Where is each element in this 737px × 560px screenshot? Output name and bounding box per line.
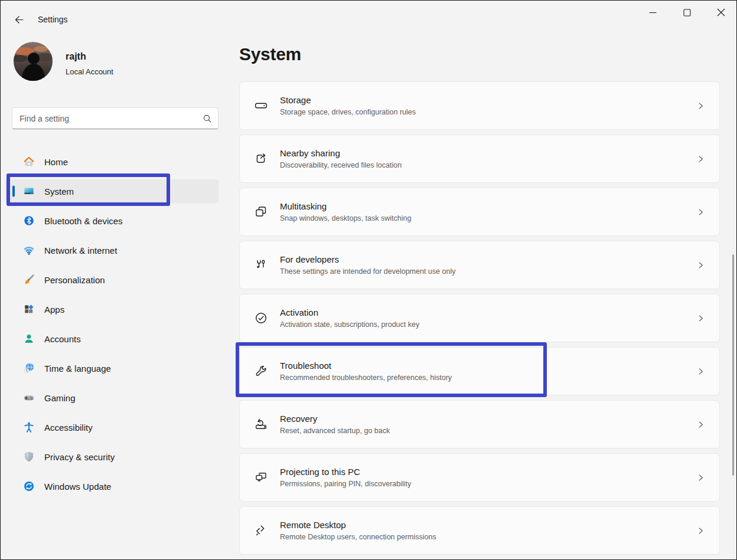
avatar — [14, 42, 53, 81]
card-remote-desktop[interactable]: Remote Desktop Remote Desktop users, con… — [239, 506, 720, 555]
gaming-icon — [23, 392, 35, 404]
storage-icon — [254, 99, 268, 113]
windows-update-icon — [23, 480, 35, 492]
sidebar-item-network-internet[interactable]: Network & internet — [5, 238, 219, 262]
card-title: Multitasking — [280, 201, 411, 211]
privacy-icon — [23, 451, 35, 463]
sidebar-item-label: Accessibility — [44, 423, 93, 433]
chevron-right-icon — [696, 473, 705, 482]
card-multitasking[interactable]: Multitasking Snap windows, desktops, tas… — [239, 188, 720, 236]
card-subtitle: Reset, advanced startup, go back — [280, 427, 390, 435]
card-projecting-to-this-pc[interactable]: Projecting to this PC Permissions, pairi… — [239, 453, 720, 502]
card-title: Activation — [280, 307, 419, 317]
scrollbar-thumb[interactable] — [732, 254, 734, 476]
window-title: Settings — [38, 15, 68, 24]
sidebar-item-accounts[interactable]: Accounts — [5, 327, 219, 351]
search-box — [12, 107, 219, 129]
sidebar-item-label: Network & internet — [44, 245, 117, 256]
user-account-type: Local Account — [66, 67, 113, 76]
personalization-icon — [23, 274, 35, 286]
card-recovery[interactable]: Recovery Reset, advanced startup, go bac… — [239, 400, 720, 448]
back-button[interactable] — [10, 11, 28, 28]
sidebar-item-windows-update[interactable]: Windows Update — [5, 474, 219, 498]
time-language-icon — [23, 362, 35, 374]
sidebar-item-label: Privacy & security — [44, 452, 115, 462]
card-subtitle: These settings are intended for developm… — [280, 267, 455, 276]
chevron-right-icon — [696, 420, 705, 429]
sidebar-item-label: Home — [44, 157, 68, 167]
card-for-developers[interactable]: For developers These settings are intend… — [239, 241, 720, 289]
sidebar-item-label: Apps — [44, 304, 64, 315]
card-nearby-sharing[interactable]: Nearby sharing Discoverability, received… — [239, 135, 720, 183]
sidebar-item-label: Bluetooth & devices — [44, 216, 123, 226]
card-title: For developers — [280, 254, 455, 264]
sidebar-item-label: Gaming — [44, 393, 76, 403]
window-controls — [635, 1, 737, 24]
sidebar-item-gaming[interactable]: Gaming — [5, 386, 219, 410]
home-icon — [23, 156, 35, 168]
card-subtitle: Activation state, subscriptions, product… — [280, 320, 419, 329]
card-subtitle: Permissions, pairing PIN, discoverabilit… — [280, 480, 411, 488]
sidebar-item-label: Windows Update — [44, 482, 111, 492]
minimize-icon — [649, 9, 657, 17]
sidebar-item-system[interactable]: System — [5, 179, 219, 203]
card-subtitle: Storage space, drives, configuration rul… — [280, 108, 416, 116]
search-icon — [203, 114, 212, 123]
sidebar-item-privacy-security[interactable]: Privacy & security — [5, 445, 219, 469]
chevron-right-icon — [696, 155, 705, 163]
accessibility-icon — [23, 421, 35, 433]
nearby-sharing-icon — [254, 152, 268, 166]
user-name: rajth — [66, 51, 86, 62]
maximize-button[interactable] — [670, 1, 704, 24]
sidebar-item-label: Time & language — [44, 363, 111, 374]
accounts-icon — [23, 333, 35, 345]
maximize-icon — [683, 9, 691, 17]
search-input[interactable] — [19, 114, 203, 123]
sidebar-item-time-language[interactable]: Time & language — [5, 356, 219, 380]
chevron-right-icon — [696, 261, 705, 270]
card-subtitle: Discoverability, received files location — [280, 161, 402, 169]
card-title: Nearby sharing — [280, 148, 402, 158]
sidebar-item-label: Accounts — [44, 334, 81, 344]
back-arrow-icon — [14, 15, 24, 25]
sidebar-item-label: System — [44, 186, 74, 197]
card-title: Projecting to this PC — [280, 467, 411, 477]
projecting-icon — [254, 470, 268, 484]
sidebar-item-accessibility[interactable]: Accessibility — [5, 415, 219, 439]
chevron-right-icon — [696, 526, 705, 535]
chevron-right-icon — [696, 208, 705, 217]
card-title: Recovery — [280, 414, 390, 424]
card-subtitle: Snap windows, desktops, task switching — [280, 214, 411, 222]
card-title: Storage — [280, 95, 416, 105]
card-storage[interactable]: Storage Storage space, drives, configura… — [239, 81, 720, 130]
sidebar-item-home[interactable]: Home — [5, 150, 219, 173]
close-button[interactable] — [704, 1, 737, 24]
bluetooth-icon — [23, 215, 35, 227]
settings-card-list: Storage Storage space, drives, configura… — [239, 81, 720, 560]
network-icon — [23, 244, 35, 256]
chevron-right-icon — [696, 367, 705, 376]
card-subtitle: Remote Desktop users, connection permiss… — [280, 533, 436, 541]
sidebar-item-apps[interactable]: Apps — [5, 297, 219, 321]
card-title: Troubleshoot — [280, 361, 452, 371]
sidebar-item-bluetooth-devices[interactable]: Bluetooth & devices — [5, 209, 219, 232]
recovery-icon — [254, 417, 268, 431]
close-icon — [717, 8, 725, 17]
sidebar-nav: Home System — [5, 150, 219, 504]
sidebar-item-personalization[interactable]: Personalization — [5, 268, 219, 292]
apps-icon — [23, 303, 35, 315]
sidebar-item-label: Personalization — [44, 275, 105, 285]
system-icon — [23, 185, 35, 197]
chevron-right-icon — [696, 314, 705, 323]
card-activation[interactable]: Activation Activation state, subscriptio… — [239, 294, 720, 342]
multitasking-icon — [254, 205, 268, 219]
settings-window: Settings — [0, 0, 737, 560]
card-title: Remote Desktop — [280, 520, 436, 530]
card-troubleshoot[interactable]: Troubleshoot Recommended troubleshooters… — [239, 347, 720, 395]
card-subtitle: Recommended troubleshooters, preferences… — [280, 374, 452, 382]
remote-desktop-icon — [254, 523, 268, 538]
troubleshoot-icon — [254, 364, 268, 378]
chevron-right-icon — [696, 101, 705, 110]
minimize-button[interactable] — [635, 1, 670, 24]
activation-icon — [254, 311, 268, 325]
